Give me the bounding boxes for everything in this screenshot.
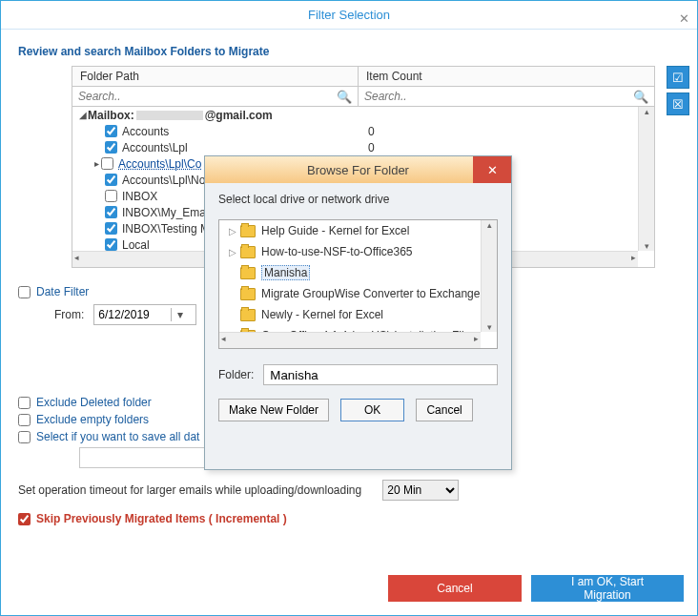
- scrollbar-vertical[interactable]: [638, 107, 654, 251]
- dialog-folder-tree[interactable]: ▷Help Guide - Kernel for Excel▷How-to-us…: [218, 219, 498, 349]
- tree-row-label: INBOX: [120, 190, 157, 203]
- dialog-tree-label: Manisha: [261, 265, 310, 280]
- skip-migrated-checkbox[interactable]: [18, 513, 31, 525]
- tree-row-label: Accounts\Lpl\No: [120, 174, 205, 187]
- skip-migrated-label: Skip Previously Migrated Items ( Increme…: [36, 512, 287, 525]
- start-migration-button[interactable]: I am OK, Start Migration: [531, 575, 684, 602]
- select-all-button[interactable]: ☑: [667, 66, 689, 89]
- dialog-instruction: Select local drive or network drive: [218, 193, 498, 206]
- folder-icon: [240, 309, 256, 321]
- dialog-title: Browse For Folder: [307, 163, 409, 177]
- close-icon[interactable]: ✕: [679, 5, 689, 33]
- titlebar: Filter Selection ✕: [1, 1, 697, 30]
- tree-row[interactable]: Accounts0: [72, 123, 654, 139]
- dialog-tree-label: Newly - Kernel for Excel: [261, 308, 383, 321]
- from-date-input[interactable]: [94, 308, 171, 321]
- ok-button[interactable]: OK: [340, 399, 404, 421]
- grid-header: Folder Path Item Count: [72, 66, 655, 86]
- col-item-count[interactable]: Item Count: [359, 67, 654, 86]
- expand-icon[interactable]: ▷: [229, 226, 240, 236]
- tree-row-checkbox[interactable]: [105, 174, 117, 186]
- dialog-titlebar: Browse For Folder ✕: [205, 156, 511, 183]
- dialog-tree-row[interactable]: ▷How-to-use-NSF-to-Office365: [219, 241, 497, 262]
- tree-row-checkbox[interactable]: [105, 190, 117, 202]
- window-title: Filter Selection: [308, 8, 390, 22]
- dialog-tree-row[interactable]: Migrate GroupWise Converter to Exchange: [219, 283, 497, 304]
- tree-row-label: Accounts\Lpl\Co: [116, 157, 201, 171]
- tree-row-count: 0: [368, 141, 375, 154]
- search-icon[interactable]: 🔍: [337, 90, 352, 104]
- tree-row-label: Accounts: [120, 125, 169, 138]
- expand-icon[interactable]: ▷: [229, 247, 240, 257]
- tree-row[interactable]: Accounts\Lpl0: [72, 139, 654, 155]
- search-icon[interactable]: 🔍: [633, 90, 648, 104]
- date-filter-checkbox[interactable]: [18, 286, 31, 298]
- dialog-tree-label: Help Guide - Kernel for Excel: [261, 224, 409, 237]
- cancel-button[interactable]: Cancel: [416, 399, 472, 421]
- tree-row-mailbox[interactable]: ◢Mailbox:@gmail.com: [72, 107, 654, 123]
- dialog-tree-row[interactable]: ▷Help Guide - Kernel for Excel: [219, 220, 497, 241]
- folder-icon: [240, 288, 256, 300]
- exclude-empty-label: Exclude empty folders: [36, 413, 149, 426]
- date-filter-label: Date Filter: [36, 285, 89, 298]
- from-date-field[interactable]: ▾: [93, 304, 196, 325]
- folder-icon: [240, 267, 256, 279]
- tree-row-checkbox[interactable]: [105, 125, 117, 137]
- folder-field-label: Folder:: [218, 368, 254, 381]
- from-label: From:: [54, 308, 84, 321]
- tree-row-checkbox[interactable]: [105, 222, 117, 235]
- timeout-label: Set operation timeout for larger emails …: [18, 483, 361, 497]
- timeout-select[interactable]: 20 Min: [382, 480, 459, 501]
- tree-row-label: Accounts\Lpl: [120, 141, 188, 154]
- folder-icon: [240, 246, 256, 258]
- dialog-tree-row[interactable]: Newly - Kernel for Excel: [219, 304, 497, 325]
- scrollbar-horizontal[interactable]: [219, 332, 481, 348]
- browse-folder-dialog: Browse For Folder ✕ Select local drive o…: [204, 155, 512, 470]
- dialog-tree-label: Migrate GroupWise Converter to Exchange: [261, 287, 480, 300]
- deselect-all-button[interactable]: ☒: [667, 92, 689, 115]
- folder-name-input[interactable]: [263, 364, 498, 385]
- scrollbar-vertical[interactable]: [481, 220, 497, 332]
- dialog-tree-label: How-to-use-NSF-to-Office365: [261, 245, 413, 258]
- exclude-deleted-label: Exclude Deleted folder: [36, 396, 152, 409]
- tree-row-label: Local: [120, 238, 150, 252]
- search-item-count-input[interactable]: [359, 87, 514, 106]
- search-folder-path-input[interactable]: [72, 87, 228, 106]
- tree-row-checkbox[interactable]: [105, 206, 117, 218]
- dialog-tree-row[interactable]: Manisha: [219, 262, 497, 283]
- tree-row-label: INBOX\Testing M: [120, 222, 210, 236]
- dialog-close-button[interactable]: ✕: [473, 156, 511, 183]
- filter-selection-window: Filter Selection ✕ Review and search Mai…: [0, 0, 698, 616]
- make-new-folder-button[interactable]: Make New Folder: [218, 399, 329, 421]
- tree-row-checkbox[interactable]: [105, 238, 117, 251]
- tree-row-label: INBOX\My_Email: [120, 206, 211, 219]
- exclude-deleted-checkbox[interactable]: [18, 397, 31, 409]
- folder-icon: [240, 225, 256, 237]
- tree-row-checkbox[interactable]: [105, 141, 117, 154]
- cancel-button[interactable]: Cancel: [388, 575, 522, 602]
- save-all-label: Select if you want to save all dat: [36, 430, 199, 443]
- dropdown-icon[interactable]: ▾: [171, 308, 188, 321]
- exclude-empty-checkbox[interactable]: [18, 414, 31, 426]
- tree-row-count: 0: [368, 125, 375, 138]
- section-heading: Review and search Mailbox Folders to Mig…: [18, 45, 684, 58]
- save-all-checkbox[interactable]: [18, 431, 31, 443]
- col-folder-path[interactable]: Folder Path: [72, 67, 359, 86]
- tree-row-checkbox[interactable]: [101, 157, 113, 170]
